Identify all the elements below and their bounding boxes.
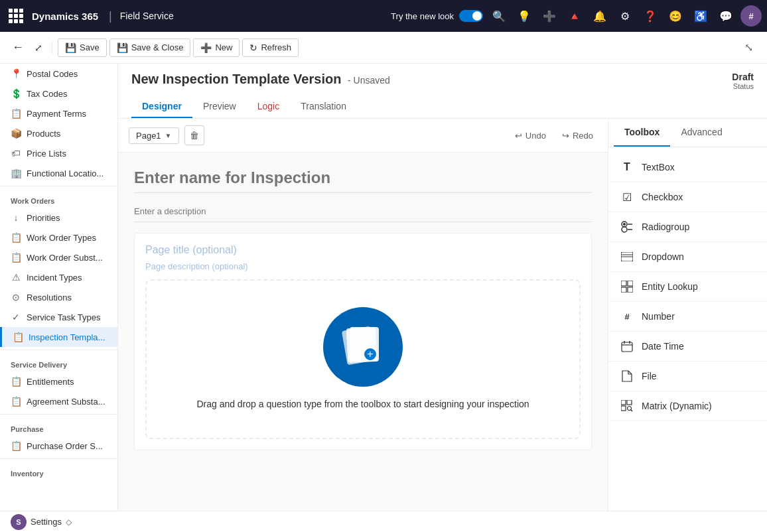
sidebar-item-work-order-types[interactable]: 📋 Work Order Types xyxy=(0,228,117,247)
drop-zone-text: Drag and drop a question type from the t… xyxy=(196,397,529,411)
lightbulb-icon[interactable]: 💡 xyxy=(514,5,535,27)
toolbox-item-matrix[interactable]: Matrix (Dynamic) xyxy=(608,391,767,421)
tab-translation[interactable]: Translation xyxy=(290,96,357,118)
products-icon: 📦 xyxy=(11,128,21,139)
undo-button[interactable]: ↩ Undo xyxy=(511,128,550,143)
resolutions-icon: ⊙ xyxy=(11,292,21,302)
toolbox-panel: Toolbox Advanced T TextBox ☑ Checkbox xyxy=(608,119,767,511)
sidebar-item-work-order-subst[interactable]: 📋 Work Order Subst... xyxy=(0,247,117,267)
smiley-icon[interactable]: 😊 xyxy=(665,5,686,27)
toolbox-item-file[interactable]: File xyxy=(608,362,767,391)
waffle-menu[interactable] xyxy=(5,5,27,27)
sidebar-item-postal-codes[interactable]: 📍 Postal Codes xyxy=(0,64,117,84)
save-button[interactable]: 💾 Save xyxy=(58,38,107,57)
sidebar-item-price-lists[interactable]: 🏷 Price Lists xyxy=(0,143,117,163)
try-new-look: Try the new look xyxy=(391,10,483,22)
redo-icon: ↪ xyxy=(562,131,569,141)
textbox-icon: T xyxy=(619,159,635,175)
filter-icon[interactable]: 🔺 xyxy=(564,5,585,27)
redo-button[interactable]: ↪ Redo xyxy=(558,128,597,143)
main-layout: 📍 Postal Codes 💲 Tax Codes 📋 Payment Ter… xyxy=(0,64,767,511)
refresh-button[interactable]: ↻ Refresh xyxy=(242,38,299,57)
delete-page-button[interactable]: 🗑 xyxy=(184,125,204,145)
sidebar-item-tax-codes[interactable]: 💲 Tax Codes xyxy=(0,84,117,103)
file-icon xyxy=(619,368,635,384)
page-status: Draft Status xyxy=(732,72,754,90)
status-label: Status xyxy=(732,82,754,90)
number-icon: # xyxy=(619,308,635,324)
tab-designer[interactable]: Designer xyxy=(131,96,192,118)
service-delivery-section-header: Service Delivery xyxy=(0,353,117,371)
drop-zone-icon: ✦ ✦ ✦ + xyxy=(323,307,403,387)
try-new-toggle[interactable] xyxy=(459,10,483,22)
settings-label: Settings xyxy=(31,517,62,527)
toolbox-item-radiogroup[interactable]: Radiogroup xyxy=(608,212,767,242)
save-close-button[interactable]: 💾 Save & Close xyxy=(109,38,191,57)
plus-circle: + xyxy=(363,347,378,362)
undo-redo-group: ↩ Undo ↪ Redo xyxy=(511,128,597,143)
settings-item[interactable]: S Settings ◇ xyxy=(11,514,72,530)
postal-codes-icon: 📍 xyxy=(11,68,21,79)
toolbox-item-number[interactable]: # Number xyxy=(608,302,767,332)
price-lists-icon: 🏷 xyxy=(11,148,21,159)
sidebar-item-resolutions[interactable]: ⊙ Resolutions xyxy=(0,287,117,307)
sidebar-item-inspection-templates[interactable]: 📋 Inspection Templa... xyxy=(0,327,117,347)
sidebar-item-service-task-types[interactable]: ✓ Service Task Types xyxy=(0,307,117,327)
inspection-title-input[interactable] xyxy=(134,168,592,193)
work-order-subst-icon: 📋 xyxy=(11,252,21,263)
matrix-icon xyxy=(619,398,635,414)
accessibility-icon[interactable]: ♿ xyxy=(690,5,711,27)
sidebar-item-products[interactable]: 📦 Products xyxy=(0,123,117,143)
page-select[interactable]: Page1 ▼ xyxy=(129,127,179,144)
chevron-down-icon: ▼ xyxy=(165,132,172,139)
service-task-types-icon: ✓ xyxy=(11,312,21,322)
toolbox-item-dropdown[interactable]: Dropdown xyxy=(608,242,767,272)
toolbox-item-datetime[interactable]: Date Time xyxy=(608,332,767,362)
toolbox-tab-toolbox[interactable]: Toolbox xyxy=(614,119,670,147)
user-avatar[interactable]: # xyxy=(740,5,762,27)
svg-rect-16 xyxy=(621,400,626,405)
bell-icon[interactable]: 🔔 xyxy=(589,5,610,27)
sidebar-item-entitlements[interactable]: 📋 Entitlements xyxy=(0,371,117,391)
svg-rect-11 xyxy=(628,287,633,293)
tax-codes-icon: 💲 xyxy=(11,88,21,99)
dropdown-icon xyxy=(619,249,635,265)
expand-button[interactable]: ⤢ xyxy=(31,38,46,57)
new-button[interactable]: ➕ New xyxy=(193,38,240,57)
search-icon[interactable]: 🔍 xyxy=(488,5,510,27)
toolbox-tab-advanced[interactable]: Advanced xyxy=(670,119,732,147)
svg-rect-17 xyxy=(627,400,632,405)
save-icon: 💾 xyxy=(65,42,76,53)
toolbox-item-checkbox[interactable]: ☑ Checkbox xyxy=(608,182,767,212)
page-title: New Inspection Template Version xyxy=(131,72,341,86)
agreement-subst-icon: 📋 xyxy=(11,396,21,407)
sparkle-1: ✦ xyxy=(348,332,354,340)
sidebar-item-payment-terms[interactable]: 📋 Payment Terms xyxy=(0,103,117,123)
drop-zone: ✦ ✦ ✦ + Drag and drop a question type fr… xyxy=(145,279,581,439)
payment-terms-icon: 📋 xyxy=(11,108,21,119)
inspection-description-input[interactable] xyxy=(134,204,592,222)
sidebar-item-agreement-subst[interactable]: 📋 Agreement Substa... xyxy=(0,391,117,411)
tab-logic[interactable]: Logic xyxy=(247,96,290,118)
page-header: New Inspection Template Version - Unsave… xyxy=(118,64,767,119)
bottom-bar: S Settings ◇ xyxy=(0,511,767,532)
chat-icon[interactable]: 💬 xyxy=(715,5,736,27)
work-orders-section-header: Work Orders xyxy=(0,189,117,208)
back-button[interactable]: ← xyxy=(8,36,28,58)
sidebar-item-priorities[interactable]: ↓ Priorities xyxy=(0,208,117,228)
settings-icon[interactable]: ⚙ xyxy=(614,5,636,27)
plus-icon[interactable]: ➕ xyxy=(539,5,560,27)
sidebar-item-functional-locations[interactable]: 🏢 Functional Locatio... xyxy=(0,163,117,183)
sidebar-item-purchase-order-s[interactable]: 📋 Purchase Order S... xyxy=(0,436,117,456)
tab-preview[interactable]: Preview xyxy=(192,96,247,118)
help-icon[interactable]: ❓ xyxy=(640,5,661,27)
toolbox-item-entity-lookup[interactable]: Entity Lookup xyxy=(608,272,767,302)
work-order-types-icon: 📋 xyxy=(11,232,21,243)
collapse-icon[interactable]: ⤡ xyxy=(738,37,759,58)
status-value: Draft xyxy=(732,72,754,82)
priorities-icon: ↓ xyxy=(11,212,21,223)
purchase-order-icon: 📋 xyxy=(11,440,21,451)
toolbox-item-textbox[interactable]: T TextBox xyxy=(608,153,767,182)
radiogroup-icon xyxy=(619,219,635,235)
sidebar-item-incident-types[interactable]: ⚠ Incident Types xyxy=(0,267,117,287)
